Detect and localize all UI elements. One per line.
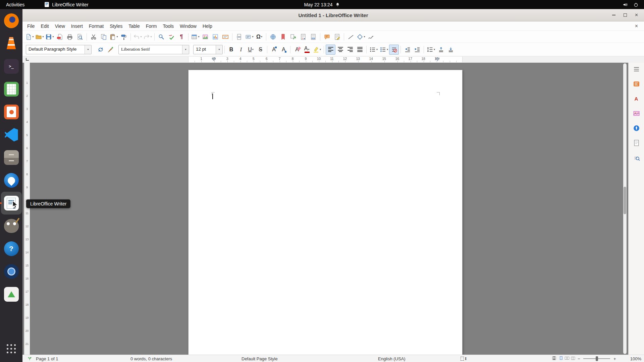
page-count[interactable]: Page 1 of 1 [36,356,58,361]
minimize-button[interactable] [609,11,618,19]
dock-item-libreoffice-calc[interactable] [1,78,22,101]
insert-line-button[interactable] [346,32,356,42]
focused-app-indicator[interactable]: LibreOffice Writer [44,2,88,7]
menu-help[interactable]: Help [200,22,215,30]
track-changes-button[interactable] [332,32,342,42]
dropdown-arrow-icon[interactable]: ▾ [434,48,435,51]
dock-item-software-center[interactable] [1,283,22,306]
menu-format[interactable]: Format [86,22,107,30]
new-document-button[interactable]: ▾ [24,32,35,42]
font-name-value[interactable]: Liberation Serif [119,45,182,54]
superscript-button[interactable]: A [269,45,279,55]
book-view-button[interactable] [571,356,576,362]
cut-button[interactable] [89,32,99,42]
new-style-button[interactable] [105,45,115,55]
close-window-button[interactable]: × [632,11,641,19]
menu-edit[interactable]: Edit [38,22,52,30]
show-applications-button[interactable] [1,337,22,360]
justify-button[interactable] [355,45,365,55]
menu-file[interactable]: File [24,22,38,30]
increase-paragraph-spacing-button[interactable] [436,45,446,55]
sidebar-styles-button[interactable]: A [632,94,641,104]
multi-page-view-button[interactable] [565,356,570,362]
zoom-slider[interactable] [583,358,610,359]
bold-button[interactable]: B [226,45,236,55]
font-size-value[interactable]: 12 pt [194,45,216,54]
dropdown-arrow-icon[interactable]: ▾ [198,35,199,38]
clone-formatting-button[interactable] [119,32,129,42]
dropdown-arrow-icon[interactable]: ▾ [42,35,44,38]
dock-item-vlc[interactable] [1,32,22,55]
redo-button[interactable]: ▾ [143,32,153,42]
align-left-button[interactable] [326,45,335,55]
single-page-view-button[interactable] [558,356,564,362]
sidebar-gallery-button[interactable] [632,109,641,118]
dropdown-arrow-icon[interactable]: ▾ [252,35,253,38]
insert-chart-button[interactable] [210,32,220,42]
menu-table[interactable]: Table [125,22,143,30]
dock-item-terminal[interactable]: >_ [1,55,22,78]
insert-bookmark-button[interactable] [278,32,288,42]
dock-item-libreoffice-writer[interactable] [1,192,22,215]
dock-item-firefox[interactable] [1,9,22,32]
dock-item-thunderbird[interactable] [1,169,22,192]
print-preview-button[interactable] [75,32,85,42]
spelling-button[interactable] [166,32,176,42]
basic-shapes-button[interactable]: ▾ [356,32,366,42]
dropdown-arrow-icon[interactable]: ▾ [261,35,262,38]
open-button[interactable]: ▾ [35,32,45,42]
decrease-paragraph-spacing-button[interactable] [446,45,455,55]
dropdown-arrow-icon[interactable]: ▾ [252,48,254,51]
insert-cross-reference-button[interactable] [288,32,298,42]
insert-hyperlink-button[interactable] [268,32,278,42]
menu-window[interactable]: Window [177,22,200,30]
print-button[interactable] [65,32,75,42]
export-pdf-button[interactable] [55,32,65,42]
insert-image-button[interactable] [200,32,210,42]
scrollbar-thumb[interactable] [624,187,626,214]
vertical-scrollbar[interactable] [623,63,627,354]
menu-view[interactable]: View [52,22,68,30]
sidebar-settings-button[interactable] [632,64,641,74]
dropdown-arrow-icon[interactable]: ▾ [364,35,365,38]
dropdown-arrow-icon[interactable]: ▾ [116,35,118,38]
tab-stop-selector[interactable] [26,58,29,61]
insert-page-break-button[interactable] [234,32,244,42]
font-name-dropdown[interactable]: ▾ [182,45,189,54]
strikethrough-button[interactable]: S [256,45,265,55]
dropdown-arrow-icon[interactable]: ▾ [150,35,152,38]
sidebar-style-inspector-button[interactable] [632,153,641,163]
insert-special-character-button[interactable]: Ω▾ [254,32,264,42]
title-bar[interactable]: Untitled 1 - LibreOffice Writer × [22,9,644,21]
line-spacing-button[interactable]: ▾ [426,45,436,55]
subscript-button[interactable]: A [279,45,288,55]
insert-footnote-button[interactable] [298,32,308,42]
paste-button[interactable]: ▾ [109,32,119,42]
zoom-slider-thumb[interactable] [596,356,598,361]
increase-indent-button[interactable] [412,45,422,55]
dropdown-arrow-icon[interactable]: ▾ [308,48,309,51]
italic-button[interactable]: I [236,45,246,55]
menu-styles[interactable]: Styles [107,22,125,30]
horizontal-ruler[interactable]: 12345678910111213141516171819 [22,56,644,63]
menu-insert[interactable]: Insert [68,22,86,30]
menu-tools[interactable]: Tools [160,22,177,30]
paragraph-style-dropdown[interactable]: ▾ [85,45,91,54]
insert-text-box-button[interactable] [220,32,230,42]
sidebar-page-button[interactable] [632,138,641,148]
dropdown-arrow-icon[interactable]: ▾ [376,48,378,51]
underline-button[interactable]: U▾ [246,45,256,55]
activities-button[interactable]: Activities [0,0,31,9]
align-right-button[interactable] [345,45,355,55]
insert-comment-button[interactable] [322,32,332,42]
save-button[interactable]: ▾ [45,32,55,42]
font-size-combo[interactable]: 12 pt ▾ [193,45,223,54]
clear-formatting-button[interactable]: A [292,45,302,55]
page-style[interactable]: Default Page Style [241,356,278,361]
menu-form[interactable]: Form [143,22,160,30]
insert-table-button[interactable]: ▾ [190,32,200,42]
insert-mode-indicator[interactable]: I [461,356,467,361]
dropdown-arrow-icon[interactable]: ▾ [320,48,321,51]
sidebar-navigator-button[interactable] [632,123,641,133]
system-status-area[interactable] [623,2,644,7]
